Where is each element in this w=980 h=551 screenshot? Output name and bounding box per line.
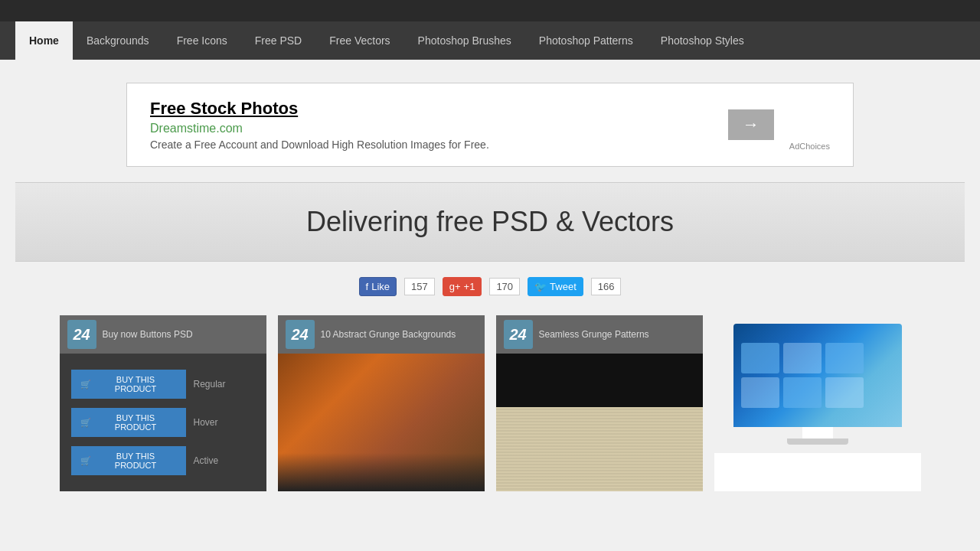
gplus-label: +1 [464,281,475,292]
monitor-content [714,315,921,453]
grunge-overlay [278,453,485,491]
card-header-3: 24 Seamless Grunge Patterns [496,315,703,354]
buy-state-active: Active [194,455,219,466]
buy-state-regular: Regular [194,379,226,390]
card-seamless: 24 Seamless Grunge Patterns [496,315,703,491]
main-nav: Home Backgrounds Free Icons Free PSD Fre… [0,21,980,60]
card-buy-buttons: 24 Buy now Buttons PSD 🛒 BUY THIS PRODUC… [60,315,266,491]
sq-2 [783,343,822,373]
monitor-foot [787,439,848,445]
twitter-tweet-button[interactable]: 🐦 Tweet [528,277,583,296]
social-bar: f Like 157 g+ +1 170 🐦 Tweet 166 [15,277,965,296]
card-title-2: 10 Abstract Grunge Backgrounds [321,329,456,340]
cart-icon-1: 🛒 [80,380,91,390]
card-title-3: Seamless Grunge Patterns [539,329,649,340]
gplus-icon: g+ [449,281,461,292]
top-bar [0,0,980,21]
card-badge-1: 24 [67,320,96,349]
seamless-dark [496,354,703,407]
seamless-light [496,407,703,491]
cart-icon-2: 🛒 [80,418,91,428]
grunge-image [278,354,485,491]
nav-free-vectors[interactable]: Free Vectors [315,21,403,60]
sq-1 [741,343,779,373]
hero-title: Delivering free PSD & Vectors [31,206,949,238]
seamless-image [496,354,703,491]
buy-label-1: BUY THIS PRODUCT [95,375,177,393]
buy-row-3: 🛒 BUY THIS PRODUCT Active [71,446,255,475]
ad-subtitle: Dreamstime.com [150,122,728,135]
card-title-1: Buy now Buttons PSD [103,329,193,340]
fb-like-label: Like [371,281,390,292]
main-content: Free Stock Photos Dreamstime.com Create … [0,60,980,507]
card-monitor [714,315,921,491]
sq-3 [825,343,864,373]
cards-grid: 24 Buy now Buttons PSD 🛒 BUY THIS PRODUC… [15,315,965,491]
buy-row-1: 🛒 BUY THIS PRODUCT Regular [71,370,255,399]
gplus-count: 170 [489,278,520,295]
buy-label-3: BUY THIS PRODUCT [95,452,177,470]
ad-text: Free Stock Photos Dreamstime.com Create … [150,99,728,151]
card-header-1: 24 Buy now Buttons PSD [60,315,266,354]
fb-count: 157 [404,278,435,295]
card-badge-3: 24 [504,320,533,349]
gplus-button[interactable]: g+ +1 [443,277,482,296]
card-header-2: 24 10 Abstract Grunge Backgrounds [278,315,485,354]
nav-free-icons[interactable]: Free Icons [163,21,241,60]
sq-4 [741,377,779,408]
monitor-squares [733,335,902,416]
ad-title: Free Stock Photos [150,99,728,119]
twitter-icon: 🐦 [534,281,547,292]
ad-arrow-button[interactable]: → [728,109,774,140]
tweet-count: 166 [591,278,622,295]
monitor-screen [733,324,902,427]
facebook-like-button[interactable]: f Like [359,277,397,296]
buy-label-2: BUY THIS PRODUCT [95,413,177,432]
nav-photoshop-patterns[interactable]: Photoshop Patterns [525,21,647,60]
nav-photoshop-styles[interactable]: Photoshop Styles [647,21,758,60]
sq-5 [783,377,822,408]
nav-free-psd[interactable]: Free PSD [241,21,315,60]
tweet-label: Tweet [550,281,577,292]
nav-backgrounds[interactable]: Backgrounds [73,21,163,60]
hero-section: Delivering free PSD & Vectors [15,182,965,262]
ad-description: Create a Free Account and Download High … [150,139,728,151]
buy-state-hover: Hover [194,417,218,428]
nav-photoshop-brushes[interactable]: Photoshop Brushes [404,21,525,60]
monitor-stand [802,427,833,439]
buy-button-regular[interactable]: 🛒 BUY THIS PRODUCT [71,370,186,399]
card-badge-2: 24 [286,320,315,349]
monitor [733,324,902,445]
ad-choices: AdChoices [789,142,830,151]
sq-6 [825,377,864,408]
buy-row-2: 🛒 BUY THIS PRODUCT Hover [71,408,255,437]
buy-card-content: 🛒 BUY THIS PRODUCT Regular 🛒 BUY THIS PR… [60,354,266,491]
buy-button-hover[interactable]: 🛒 BUY THIS PRODUCT [71,408,186,437]
nav-home[interactable]: Home [15,21,73,60]
cart-icon-3: 🛒 [80,456,91,466]
card-grunge-bg: 24 10 Abstract Grunge Backgrounds [278,315,485,491]
buy-button-active[interactable]: 🛒 BUY THIS PRODUCT [71,446,186,475]
fb-icon: f [366,281,369,292]
ad-banner: Free Stock Photos Dreamstime.com Create … [126,83,854,167]
